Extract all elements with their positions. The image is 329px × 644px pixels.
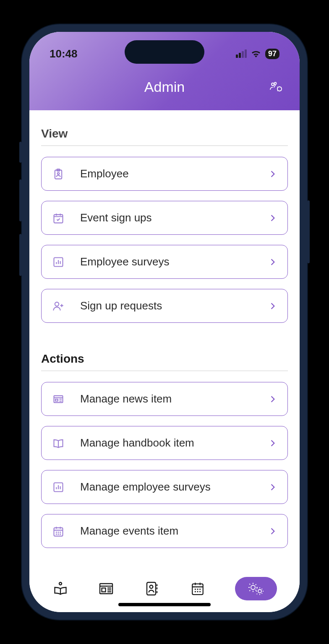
- svg-point-23: [150, 585, 153, 589]
- team-settings-button[interactable]: [269, 81, 283, 93]
- list-label: Manage handbook item: [80, 436, 269, 449]
- svg-rect-21: [102, 588, 106, 592]
- chevron-right-icon: [269, 483, 277, 491]
- chart-bar-icon: [52, 481, 64, 493]
- side-button: [19, 234, 22, 276]
- actions-section: Actions Manage news item Manage handbook…: [41, 352, 288, 548]
- user-plus-icon: [52, 300, 64, 312]
- nav-header: Admin: [29, 79, 300, 95]
- svg-point-17: [58, 534, 58, 534]
- svg-point-0: [272, 83, 274, 86]
- list-item-manage-events[interactable]: Manage events item: [41, 514, 288, 548]
- chevron-right-icon: [269, 214, 277, 222]
- battery-level: 97: [268, 49, 277, 58]
- svg-point-14: [58, 532, 58, 532]
- svg-point-8: [55, 302, 59, 306]
- tab-admin[interactable]: [235, 577, 277, 600]
- battery-indicator: 97: [265, 49, 279, 59]
- list-item-employee-surveys[interactable]: Employee surveys: [41, 245, 288, 279]
- svg-point-19: [59, 582, 62, 585]
- wifi-icon: [251, 50, 261, 57]
- list-item-manage-surveys[interactable]: Manage employee surveys: [41, 470, 288, 504]
- signal-icon: [236, 49, 247, 58]
- list-label: Manage events item: [80, 525, 269, 538]
- svg-point-26: [258, 589, 261, 593]
- dynamic-island: [125, 40, 204, 64]
- clipboard-user-icon: [52, 168, 64, 180]
- list-label: Sign up requests: [80, 299, 269, 312]
- svg-point-25: [251, 585, 255, 589]
- chevron-right-icon: [269, 439, 277, 447]
- svg-point-1: [274, 82, 277, 84]
- chevron-right-icon: [269, 302, 277, 310]
- list-item-event-signups[interactable]: Event sign ups: [41, 201, 288, 235]
- calendar-grid-icon: [52, 525, 64, 537]
- home-indicator[interactable]: [118, 603, 211, 606]
- page-title: Admin: [144, 79, 185, 95]
- list-label: Manage news item: [80, 392, 269, 405]
- book-open-icon: [52, 437, 64, 449]
- svg-point-13: [56, 532, 57, 532]
- svg-point-16: [56, 534, 57, 534]
- side-button: [307, 200, 310, 263]
- chevron-right-icon: [269, 395, 277, 403]
- side-button: [19, 142, 22, 163]
- svg-point-5: [57, 172, 60, 174]
- tab-calendar[interactable]: [189, 580, 206, 597]
- chevron-right-icon: [269, 527, 277, 535]
- tab-news[interactable]: [98, 580, 115, 597]
- phone-screen: 10:48 97 Admin: [29, 32, 300, 612]
- list-label: Employee surveys: [80, 255, 269, 268]
- chevron-right-icon: [269, 170, 277, 178]
- content-area: View Employee Event sign ups: [29, 110, 300, 569]
- svg-point-15: [60, 532, 60, 532]
- section-title-actions: Actions: [41, 352, 288, 371]
- section-title-view: View: [41, 127, 288, 146]
- svg-point-18: [60, 534, 60, 534]
- side-button: [19, 179, 22, 221]
- tab-profile[interactable]: [144, 580, 160, 597]
- status-time: 10:48: [50, 47, 78, 60]
- view-section: View Employee Event sign ups: [41, 127, 288, 323]
- chevron-right-icon: [269, 258, 277, 266]
- status-indicators: 97: [236, 49, 279, 59]
- svg-rect-6: [54, 214, 63, 223]
- list-item-manage-news[interactable]: Manage news item: [41, 382, 288, 416]
- phone-frame: 10:48 97 Admin: [22, 24, 307, 620]
- list-label: Employee: [80, 167, 269, 180]
- list-label: Event sign ups: [80, 211, 269, 224]
- calendar-check-icon: [52, 212, 64, 224]
- svg-rect-10: [55, 399, 58, 401]
- list-item-signup-requests[interactable]: Sign up requests: [41, 289, 288, 323]
- newspaper-icon: [52, 393, 64, 405]
- tab-handbook[interactable]: [52, 580, 69, 597]
- list-label: Manage employee surveys: [80, 480, 269, 493]
- list-item-employee[interactable]: Employee: [41, 157, 288, 191]
- list-item-manage-handbook[interactable]: Manage handbook item: [41, 426, 288, 460]
- chart-bar-icon: [52, 256, 64, 268]
